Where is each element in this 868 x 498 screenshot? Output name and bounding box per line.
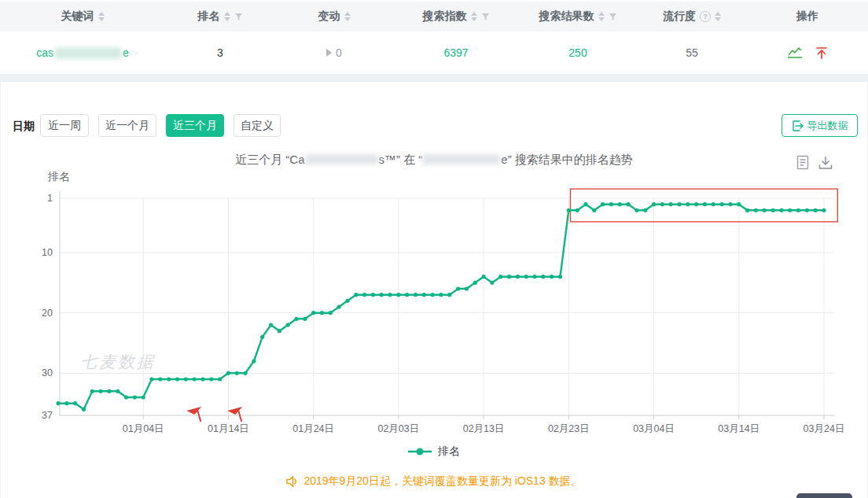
column-header-popularity[interactable]: 流行度 — [637, 9, 747, 24]
trend-chart-icon[interactable] — [787, 46, 803, 59]
column-header-keyword[interactable]: 关键词 — [0, 9, 165, 24]
filter-funnel-icon[interactable] — [481, 13, 490, 21]
popularity-value: 55 — [686, 46, 698, 59]
keyword-cell[interactable]: cas e — [0, 46, 165, 59]
title-blurred-app-name — [305, 154, 379, 164]
export-icon — [792, 120, 804, 131]
svg-text:01月14日: 01月14日 — [208, 423, 249, 434]
filter-button-last-month[interactable]: 近一个月 — [98, 114, 156, 137]
column-header-rank[interactable]: 排名 — [165, 9, 275, 24]
column-label: 关键词 — [61, 9, 94, 24]
svg-text:20: 20 — [42, 308, 53, 319]
report-document-icon[interactable] — [796, 155, 809, 170]
title-blurred-keyword — [422, 154, 501, 164]
rank-cell: 3 — [165, 46, 275, 59]
notice-text: 2019年9月20日起，关键词覆盖数量更新为 iOS13 数据。 — [303, 474, 581, 489]
filter-button-custom[interactable]: 自定义 — [234, 114, 281, 137]
legend-label: 排名 — [438, 445, 460, 459]
svg-text:03月14日: 03月14日 — [718, 423, 760, 434]
date-filter-label: 日期 — [13, 120, 35, 134]
keyword-prefix: cas — [36, 46, 53, 59]
export-data-button[interactable]: 导出数据 — [782, 114, 858, 137]
title-part: e” 搜索结果中的排名趋势 — [501, 153, 633, 166]
title-part: 近三个月 “Ca — [235, 153, 304, 166]
change-value: 0 — [336, 46, 342, 59]
actions-cell — [747, 46, 868, 59]
section-separator — [0, 75, 868, 82]
svg-text:01月24日: 01月24日 — [292, 423, 334, 434]
update-notice: 2019年9月20日起，关键词覆盖数量更新为 iOS13 数据。 — [1, 474, 867, 489]
svg-text:02月23日: 02月23日 — [548, 423, 590, 434]
sort-icon[interactable] — [715, 12, 721, 21]
svg-text:02月03日: 02月03日 — [377, 423, 419, 434]
trend-panel: 日期 近一周 近一个月 近三个月 自定义 导出数据 近三个月 “Cas™” 在 … — [0, 82, 868, 498]
download-icon[interactable] — [818, 156, 833, 170]
sort-icon[interactable] — [224, 12, 230, 21]
svg-text:30: 30 — [42, 367, 53, 378]
column-label: 操作 — [796, 9, 818, 24]
column-header-search-results[interactable]: 搜索结果数 — [519, 9, 637, 24]
export-label: 导出数据 — [807, 119, 848, 133]
svg-text:03月04日: 03月04日 — [633, 423, 675, 434]
table-row: cas e 3 0 6397 250 55 — [0, 31, 868, 75]
filter-funnel-icon[interactable] — [609, 13, 617, 21]
rank-value: 3 — [217, 46, 223, 59]
move-to-top-icon[interactable] — [815, 46, 828, 59]
keyword-link[interactable]: cas e — [36, 46, 129, 59]
change-cell: 0 — [275, 46, 393, 59]
filter-button-last-3-months[interactable]: 近三个月 — [166, 114, 224, 137]
popularity-cell: 55 — [637, 46, 747, 59]
keyword-suffix: e — [123, 46, 129, 59]
sort-icon[interactable] — [98, 12, 105, 21]
column-header-actions: 操作 — [747, 9, 868, 24]
column-header-change[interactable]: 变动 — [275, 9, 393, 24]
search-results-value: 250 — [568, 46, 587, 59]
search-results-cell: 250 — [519, 46, 637, 59]
column-label: 流行度 — [663, 9, 696, 24]
help-question-icon[interactable] — [700, 11, 711, 22]
floating-widget[interactable] — [796, 493, 852, 498]
chart-legend[interactable]: 排名 — [1, 445, 867, 459]
svg-text:01月04日: 01月04日 — [123, 423, 164, 434]
sort-icon[interactable] — [344, 12, 351, 21]
search-index-value: 6397 — [443, 46, 468, 59]
sort-icon[interactable] — [471, 12, 477, 21]
search-index-cell: 6397 — [393, 46, 519, 59]
svg-text:37: 37 — [42, 410, 53, 421]
announcement-speaker-icon — [286, 476, 299, 487]
sort-icon[interactable] — [598, 12, 605, 21]
column-header-search-index[interactable]: 搜索指数 — [393, 9, 519, 24]
column-label: 搜索结果数 — [539, 9, 594, 24]
column-label: 变动 — [318, 9, 340, 24]
keyword-blurred-segment — [54, 47, 122, 59]
svg-text:1: 1 — [47, 193, 53, 204]
column-label: 搜索指数 — [423, 9, 467, 24]
column-label: 排名 — [198, 9, 220, 24]
filter-button-last-week[interactable]: 近一周 — [40, 114, 89, 137]
svg-text:02月13日: 02月13日 — [463, 423, 505, 434]
svg-text:03月24日: 03月24日 — [804, 423, 845, 434]
filter-funnel-icon[interactable] — [234, 13, 243, 21]
table-header-row: 关键词 排名 变动 搜索指数 搜索结果数 流行度 操作 — [0, 2, 868, 31]
change-direction-icon — [326, 49, 332, 57]
title-part: s™” 在 “ — [379, 153, 423, 166]
svg-text:10: 10 — [42, 247, 53, 258]
legend-line-marker-icon — [408, 447, 432, 456]
chart-title: 近三个月 “Cas™” 在 “e” 搜索结果中的排名趋势 — [1, 153, 867, 168]
rank-trend-chart[interactable]: 01月04日01月14日01月24日02月03日02月13日02月23日03月0… — [1, 169, 868, 441]
